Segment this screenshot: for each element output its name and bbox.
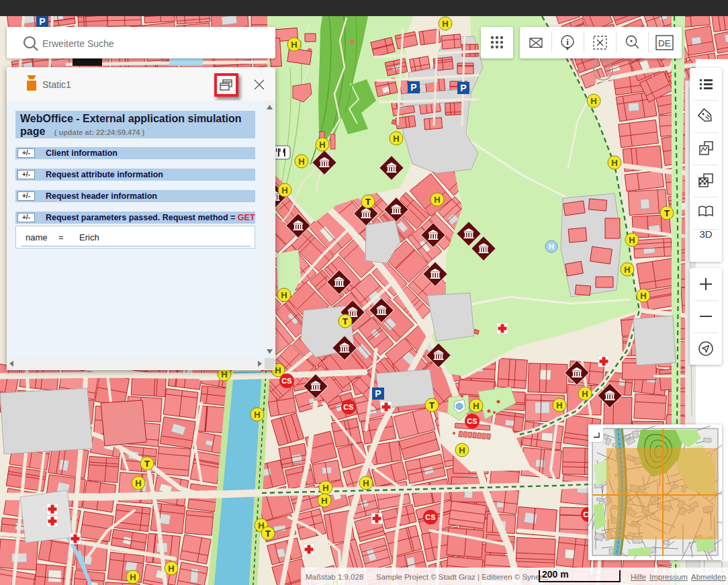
svg-text:200 m: 200 m <box>542 569 569 580</box>
svg-text:H: H <box>459 445 465 455</box>
svg-text:i: i <box>566 37 569 47</box>
svg-text:H: H <box>168 564 174 574</box>
svg-text:T: T <box>144 459 150 469</box>
svg-text:P: P <box>460 83 466 93</box>
svg-text:H: H <box>611 158 617 168</box>
svg-text:H: H <box>135 478 141 488</box>
svg-text:H: H <box>393 134 399 144</box>
svg-text:H: H <box>582 389 588 399</box>
svg-text:H: H <box>442 19 448 29</box>
svg-text:P: P <box>375 388 381 399</box>
svg-text:T: T <box>365 197 371 207</box>
svg-text:H: H <box>221 369 227 379</box>
svg-text:H: H <box>363 478 369 488</box>
svg-text:T: T <box>265 529 271 539</box>
svg-text:CS: CS <box>467 417 477 425</box>
svg-text:H: H <box>473 401 479 411</box>
svg-text:T: T <box>664 208 670 218</box>
svg-text:CS: CS <box>425 513 435 521</box>
svg-text:H: H <box>319 140 325 150</box>
svg-text:H: H <box>434 195 440 205</box>
svg-text:H: H <box>254 410 260 420</box>
svg-text:T: T <box>343 316 348 326</box>
svg-text:H: H <box>549 242 554 251</box>
svg-text:H: H <box>322 483 328 493</box>
svg-text:DE: DE <box>658 38 671 48</box>
svg-text:H: H <box>281 290 287 300</box>
svg-text:CS: CS <box>343 403 353 411</box>
svg-text:H: H <box>130 572 136 582</box>
svg-text:H: H <box>291 40 297 50</box>
svg-text:H: H <box>298 156 304 167</box>
svg-text:P: P <box>410 82 416 93</box>
svg-text:H: H <box>556 400 562 410</box>
svg-text:H: H <box>640 291 646 301</box>
svg-text:H: H <box>321 496 327 506</box>
svg-text:H: H <box>281 185 287 195</box>
svg-text:H: H <box>629 235 635 245</box>
svg-text:3D: 3D <box>699 228 712 240</box>
svg-text:CS: CS <box>281 377 291 385</box>
svg-text:H: H <box>275 365 281 375</box>
svg-text:H: H <box>590 96 596 106</box>
svg-text:H: H <box>624 265 630 275</box>
svg-text:P: P <box>39 16 45 27</box>
svg-text:T: T <box>429 400 435 410</box>
